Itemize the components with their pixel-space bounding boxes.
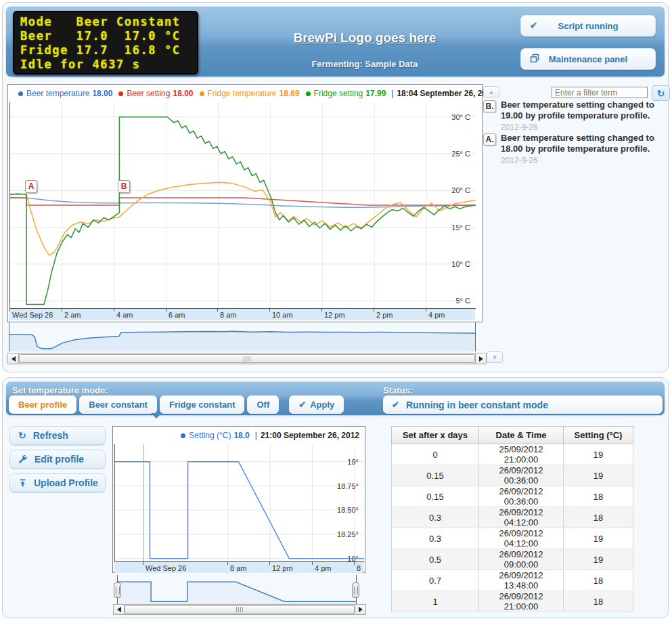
profile-chart-scrollbar[interactable] xyxy=(113,604,366,615)
grip-icon xyxy=(236,607,243,612)
table-cell: 18 xyxy=(564,570,633,591)
chart-annotation-a[interactable]: A xyxy=(25,180,37,193)
page-title[interactable]: BrewPi Logo goes here xyxy=(209,30,520,45)
annotation-text-line: Beer temperature setting changed to xyxy=(501,133,672,144)
x-tick-label: 4 pm xyxy=(428,311,445,319)
table-cell: 26/09/2012 13:48:00 xyxy=(479,570,564,591)
refresh-button[interactable]: ↻Refresh xyxy=(9,426,106,445)
legend-separator: | xyxy=(391,89,393,98)
lcd-display: Mode Beer Constant Beer 17.0 17.0 °C Fri… xyxy=(13,11,198,74)
handle-grip-icon xyxy=(116,586,120,594)
check-icon: ✔ xyxy=(530,20,537,30)
mode-button-off[interactable]: Off xyxy=(247,395,279,414)
mode-buttons: Beer profileBeer constantFridge constant… xyxy=(9,395,344,414)
header-bar: Mode Beer Constant Beer 17.0 17.0 °C Fri… xyxy=(6,6,665,77)
legend-dot xyxy=(118,91,123,96)
scroll-right-button[interactable] xyxy=(355,605,365,614)
annotation-refresh-button[interactable]: ↻ xyxy=(652,85,670,101)
check-icon: ✔ xyxy=(298,400,306,410)
table-row: 0.526/09/2012 09:00:0019 xyxy=(392,549,633,570)
axis-tick-mark xyxy=(312,562,313,565)
table-row: 0.326/09/2012 04:12:0019 xyxy=(392,528,633,549)
axis-tick-mark xyxy=(269,309,270,312)
main-chart-plot-area[interactable]: 5° C10° C15° C20° C25° C30° C A B xyxy=(9,102,476,309)
main-chart-navigator[interactable] xyxy=(9,322,476,351)
window-restore-icon xyxy=(530,53,539,63)
profile-chart-legend: Setting (°C)18.0|21:00 September 26, 201… xyxy=(113,429,365,442)
table-cell: 26/09/2012 09:00:00 xyxy=(479,549,564,570)
legend-value: 17.99 xyxy=(365,89,386,98)
x-tick-label: 4 am xyxy=(116,311,133,319)
annotations-scroll-down-button[interactable]: ▼ xyxy=(487,351,503,363)
upload-profile-button[interactable]: Upload Profile xyxy=(9,473,106,492)
table-cell: 19 xyxy=(564,528,633,549)
x-tick-label: 8 pm xyxy=(357,564,363,572)
svg-text:30° C: 30° C xyxy=(451,113,470,121)
handle-grip-icon xyxy=(354,586,358,594)
script-running-label: Script running xyxy=(558,21,619,31)
svg-text:20° C: 20° C xyxy=(451,186,470,194)
annotation-text-line: Beer temperature setting changed to xyxy=(501,100,672,110)
annotations-scroll-up-button[interactable]: ▲ xyxy=(483,86,499,98)
table-cell: 0.5 xyxy=(392,549,479,570)
table-cell: 0.7 xyxy=(392,570,479,591)
active-mode-pointer xyxy=(151,413,162,419)
legend-label: Beer setting xyxy=(127,89,170,98)
axis-tick-mark xyxy=(321,309,322,312)
table-cell: 18 xyxy=(564,486,633,507)
svg-text:25° C: 25° C xyxy=(451,150,470,158)
legend-timestamp: 21:00 September 26, 2012 xyxy=(261,431,359,440)
axis-tick-mark xyxy=(9,309,10,312)
svg-text:18.25°: 18.25° xyxy=(337,530,359,538)
table-cell: 25/09/2012 21:00:00 xyxy=(479,444,564,465)
mode-button-label: Beer profile xyxy=(18,400,67,410)
profile-chart-navigator[interactable] xyxy=(117,575,357,607)
navigator-handle-left[interactable] xyxy=(114,582,121,598)
legend-label: Fridge temperature xyxy=(208,89,277,98)
script-running-button[interactable]: ✔ Script running xyxy=(520,15,656,37)
mode-button-fridge-constant[interactable]: Fridge constant xyxy=(160,395,245,414)
maintenance-panel-button[interactable]: Maintenance panel xyxy=(520,48,656,70)
table-row: 0.326/09/2012 04:12:0018 xyxy=(392,507,633,528)
table-cell: 26/09/2012 00:36:00 xyxy=(479,486,564,507)
profile-chart-plot-area[interactable]: 18°18.25°18.50°18.75°19° xyxy=(114,444,364,562)
status-text: Running in beer constant mode xyxy=(406,400,548,410)
annotation-filter-input[interactable] xyxy=(552,87,648,98)
scroll-right-button[interactable] xyxy=(475,354,486,364)
legend-label: Fridge setting xyxy=(314,89,363,98)
status-label: Status: xyxy=(383,385,413,395)
navigator-handle-right[interactable] xyxy=(352,582,359,598)
mode-button-beer-profile[interactable]: Beer profile xyxy=(9,395,76,414)
table-row: 0.1526/09/2012 00:36:0019 xyxy=(392,465,633,486)
x-tick-label: 2 pm xyxy=(376,311,393,319)
axis-tick-mark xyxy=(114,309,114,312)
svg-text:18°: 18° xyxy=(347,555,359,561)
brewpi-app: Mode Beer Constant Beer 17.0 17.0 °C Fri… xyxy=(0,0,672,621)
table-cell: 19 xyxy=(564,444,633,465)
table-row: 025/09/2012 21:00:0019 xyxy=(392,444,633,465)
x-tick-label: 6 am xyxy=(169,311,185,319)
scroll-left-button[interactable] xyxy=(114,605,125,614)
chart-annotation-b[interactable]: B xyxy=(118,180,130,193)
legend-value: 18.0 xyxy=(233,431,249,440)
edit-profile-button[interactable]: Edit profile xyxy=(9,450,106,469)
main-chart-legend: Beer temperature18.00Beer setting18.00Fr… xyxy=(8,87,482,100)
mode-button-label: Apply xyxy=(310,400,334,410)
bottom-panel: Set temperature mode: Beer profileBeer c… xyxy=(2,377,669,618)
top-panel: Mode Beer Constant Beer 17.0 17.0 °C Fri… xyxy=(2,2,669,372)
mode-bar: Set temperature mode: Beer profileBeer c… xyxy=(6,381,665,415)
mode-button-apply[interactable]: ✔Apply xyxy=(289,395,344,414)
left-arrow-icon xyxy=(117,607,121,612)
x-tick-label: 2 am xyxy=(64,311,81,319)
scrollbar-thumb[interactable] xyxy=(19,354,475,363)
table-cell: 19 xyxy=(564,549,633,570)
main-chart-scrollbar[interactable] xyxy=(7,353,487,364)
mode-button-beer-constant[interactable]: Beer constant xyxy=(79,395,157,414)
scrollbar-thumb[interactable] xyxy=(125,605,355,614)
x-tick-label: Wed Sep 26 xyxy=(12,311,53,319)
refresh-icon: ↻ xyxy=(18,430,26,441)
legend-dot xyxy=(200,91,204,96)
x-tick-label: 8 am xyxy=(230,564,246,572)
main-chart-x-axis: Wed Sep 262 am4 am6 am8 am10 am12 pm2 pm… xyxy=(9,309,475,320)
scroll-left-button[interactable] xyxy=(8,354,19,364)
